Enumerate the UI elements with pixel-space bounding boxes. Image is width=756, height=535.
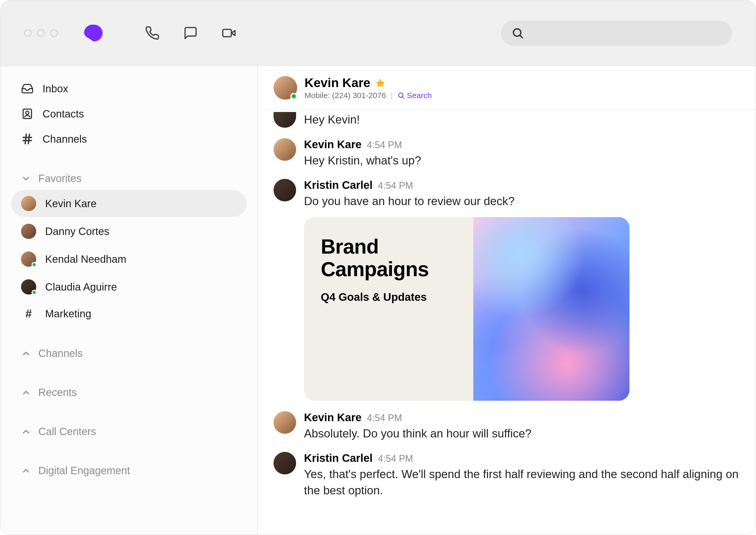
section-digital engagement[interactable]: Digital Engagement xyxy=(11,459,247,482)
hash-icon: # xyxy=(21,307,36,320)
message-time: 4:54 PM xyxy=(367,412,402,424)
inbox-icon xyxy=(21,82,34,95)
nav-contacts[interactable]: Contacts xyxy=(11,102,247,126)
attachment-card[interactable]: Brand Campaigns Q4 Goals & Updates xyxy=(304,217,629,401)
titlebar xyxy=(1,1,755,66)
message-item: Kevin Kare 4:54 PM Absolutely. Do you th… xyxy=(274,411,740,442)
section-favorites[interactable]: Favorites xyxy=(11,167,247,190)
favorite-label: Danny Cortes xyxy=(45,226,109,237)
contact-phone: Mobile: (224) 301-2076 xyxy=(305,91,386,100)
avatar xyxy=(21,224,36,239)
message-item: Kevin Kare 4:54 PM Hey Kristin, what's u… xyxy=(274,138,740,169)
favorite-item[interactable]: Kevin Kare xyxy=(11,190,247,217)
search-icon xyxy=(511,27,524,39)
attachment-image xyxy=(473,217,629,401)
message-time: 4:54 PM xyxy=(378,180,413,191)
message-sender: Kevin Kare xyxy=(304,138,361,151)
contacts-icon xyxy=(21,107,34,120)
message-sender: Kristin Carlel xyxy=(304,452,373,465)
svg-rect-0 xyxy=(223,29,231,37)
contact-name: Kevin Kare xyxy=(305,75,370,90)
call-icon[interactable] xyxy=(145,26,160,41)
conversation-search-link[interactable]: Search xyxy=(397,91,432,100)
window-close-dot[interactable] xyxy=(24,29,32,37)
conversation-pane: Kevin Kare Mobile: (224) 301-2076 | Sear… xyxy=(258,66,755,534)
message-item: Kristin Carlel 4:54 PM Do you have an ho… xyxy=(274,179,740,401)
section-recents[interactable]: Recents xyxy=(11,381,247,404)
video-icon[interactable] xyxy=(222,26,236,41)
contact-avatar[interactable] xyxy=(274,76,297,100)
nav-label: Channels xyxy=(43,133,87,145)
favorite-label: Claudia Aguirre xyxy=(45,281,117,293)
conversation-header: Kevin Kare Mobile: (224) 301-2076 | Sear… xyxy=(258,66,755,110)
message-text: Absolutely. Do you think an hour will su… xyxy=(304,425,740,442)
avatar xyxy=(274,179,296,201)
message-text: Hey Kevin! xyxy=(304,111,740,128)
app-logo xyxy=(84,25,103,42)
message-text: Do you have an hour to review our deck? xyxy=(304,193,740,209)
svg-point-3 xyxy=(26,111,29,114)
section-channels[interactable]: Channels xyxy=(11,342,247,365)
attachment-subtitle: Q4 Goals & Updates xyxy=(321,291,457,303)
avatar xyxy=(21,279,36,295)
search-icon xyxy=(397,92,405,99)
nav-hash[interactable]: Channels xyxy=(11,127,247,151)
message-text: Hey Kristin, what's up? xyxy=(304,153,740,169)
favorite-item[interactable]: Claudia Aguirre xyxy=(11,273,247,300)
presence-badge xyxy=(290,93,297,100)
sidebar: Inbox Contacts Channels Favorites Kevin … xyxy=(1,66,258,534)
presence-badge xyxy=(32,262,37,267)
message-sender: Kevin Kare xyxy=(304,411,361,424)
avatar xyxy=(21,251,36,267)
star-icon[interactable] xyxy=(375,78,386,88)
avatar xyxy=(274,112,296,128)
favorite-label: Marketing xyxy=(45,308,91,320)
favorite-item[interactable]: Kendal Needham xyxy=(11,246,247,272)
favorite-label: Kendal Needham xyxy=(45,253,126,265)
nav-label: Inbox xyxy=(43,83,68,95)
section-call centers[interactable]: Call Centers xyxy=(11,420,247,443)
avatar xyxy=(274,138,296,161)
message-list: Hey Kevin! Kevin Kare 4:54 PM Hey Kristi… xyxy=(258,110,755,534)
window-zoom-dot[interactable] xyxy=(50,29,58,37)
favorite-item[interactable]: Danny Cortes xyxy=(11,218,247,245)
window-controls xyxy=(24,29,58,37)
message-item: Hey Kevin! xyxy=(274,110,740,128)
chat-icon[interactable] xyxy=(183,26,198,41)
message-item: Kristin Carlel 4:54 PM Yes, that's perfe… xyxy=(274,452,740,498)
avatar xyxy=(21,196,36,211)
favorite-label: Kevin Kare xyxy=(45,198,97,210)
message-sender: Kristin Carlel xyxy=(304,179,373,191)
attachment-title: Brand Campaigns xyxy=(321,236,457,281)
global-search[interactable] xyxy=(501,20,732,46)
avatar xyxy=(274,452,296,474)
hash-icon xyxy=(21,133,34,145)
nav-label: Contacts xyxy=(43,108,84,120)
nav-inbox[interactable]: Inbox xyxy=(11,76,247,101)
avatar xyxy=(274,411,296,434)
window-minimize-dot[interactable] xyxy=(37,29,45,37)
message-text: Yes, that's perfect. We'll spend the fir… xyxy=(304,466,740,498)
presence-badge xyxy=(32,290,37,295)
favorite-item[interactable]: #Marketing xyxy=(11,301,247,326)
message-time: 4:54 PM xyxy=(367,140,402,151)
message-time: 4:54 PM xyxy=(378,453,413,464)
